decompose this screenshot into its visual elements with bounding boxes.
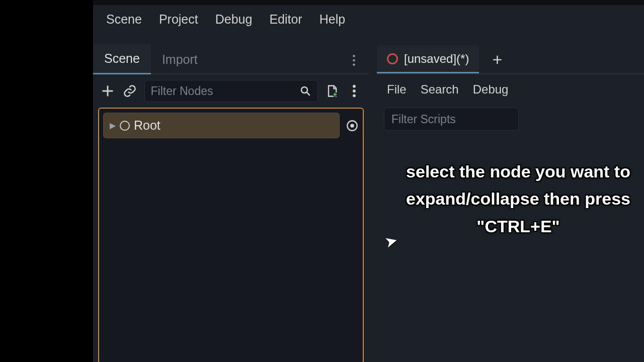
tree-node-root[interactable]: ▶ Root [103, 113, 340, 138]
chevron-right-icon[interactable]: ▶ [110, 121, 116, 130]
search-icon [299, 85, 311, 97]
visibility-toggle-icon[interactable] [346, 119, 359, 132]
dock-options-icon[interactable]: ⋯ [346, 53, 362, 65]
svg-point-2 [353, 85, 356, 88]
filter-scripts-field[interactable] [391, 113, 540, 126]
menu-help[interactable]: Help [319, 12, 345, 27]
filter-scripts-input[interactable] [384, 108, 519, 131]
menu-scene[interactable]: Scene [106, 12, 142, 27]
main-menu-bar: Scene Project Debug Editor Help [93, 5, 644, 36]
scene-toolbar [93, 74, 369, 108]
scene-tree[interactable]: ▶ Root [98, 108, 364, 362]
menu-project[interactable]: Project [159, 12, 198, 27]
add-node-button[interactable] [100, 82, 115, 100]
tab-scene[interactable]: Scene [93, 44, 151, 74]
link-node-button[interactable] [122, 82, 137, 100]
scene-dock: Scene Import ⋯ ▶ [93, 45, 369, 362]
node-label: Root [134, 118, 333, 133]
script-tab-unsaved[interactable]: [unsaved](*) [377, 46, 479, 73]
script-menu-file[interactable]: File [387, 82, 407, 97]
script-tabs: [unsaved](*) + [377, 45, 644, 74]
node-icon [120, 121, 130, 131]
scene-dock-tabs: Scene Import ⋯ [93, 45, 369, 74]
svg-point-6 [350, 124, 354, 128]
script-menu-bar: File Search Debug [377, 74, 644, 105]
filter-nodes-field[interactable] [151, 84, 299, 98]
tab-import[interactable]: Import [151, 45, 209, 74]
script-tab-label: [unsaved](*) [404, 52, 469, 66]
menu-editor[interactable]: Editor [269, 12, 302, 27]
svg-point-4 [353, 94, 356, 97]
svg-point-3 [353, 89, 356, 93]
scene-more-icon[interactable] [347, 82, 362, 100]
titlebar [93, 0, 644, 5]
script-menu-debug[interactable]: Debug [473, 82, 509, 97]
attach-script-button[interactable] [325, 82, 340, 100]
filter-nodes-input[interactable] [144, 80, 318, 102]
menu-debug[interactable]: Debug [215, 12, 253, 27]
script-menu-search[interactable]: Search [421, 82, 459, 97]
add-script-tab-button[interactable]: + [483, 50, 511, 69]
script-status-icon [387, 53, 398, 64]
overlay-caption: select the node you want to expand/colla… [403, 158, 634, 240]
